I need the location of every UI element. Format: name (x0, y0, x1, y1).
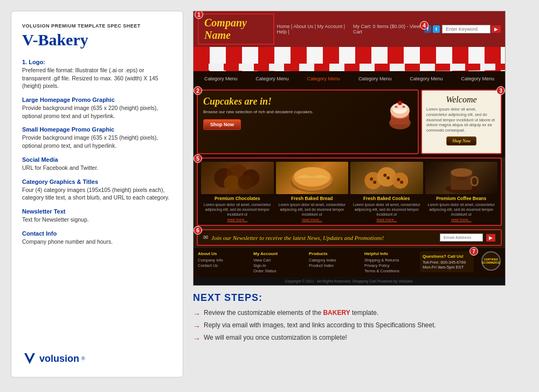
cat-item-2-read-more[interactable]: read more... (276, 218, 349, 222)
badge-3: 3 (496, 86, 505, 95)
footer-link-company[interactable]: Company Info (198, 258, 249, 263)
spec-item-1-header: 1. Logo: (22, 59, 45, 65)
mail-icon: ✉ (203, 234, 208, 241)
cat-item-2-image (276, 162, 349, 194)
next-step-3: → We will email you once customization i… (193, 334, 506, 343)
newsletter-submit-button[interactable]: ▶ (486, 234, 495, 242)
cat-menu-item-6[interactable]: Category Menu (453, 74, 503, 83)
volusion-reg-mark: ® (81, 356, 85, 361)
footer-link-cat-index[interactable]: Category Index (309, 258, 360, 263)
cat-item-4-read-more[interactable]: read more... (425, 218, 498, 222)
footer-col-helpful: Helpful Info Shipping & Returns Privacy … (364, 251, 416, 274)
cat-item-1-read-more[interactable]: read more... (201, 218, 274, 222)
footer-link-contact[interactable]: Contact Us (198, 263, 249, 268)
cat-item-1-image (201, 162, 274, 194)
footer-products-title: Products (309, 251, 360, 256)
promo-title: Cupcakes are in! (203, 96, 412, 107)
social-media-box: 4 f t (424, 25, 440, 33)
main-content: 2 Cupcakes are in! Browse our new select… (194, 86, 505, 157)
shop-now-button[interactable]: Shop Now (203, 119, 241, 130)
footer-link-prod-index[interactable]: Product Index (309, 263, 360, 268)
cat-menu-item-1[interactable]: Category Menu (196, 74, 246, 83)
cat-item-3-title: Fresh Baked Cookies (350, 196, 423, 201)
cat-item-4-desc: Lorem ipsum dolor sit amet, consectetur … (425, 202, 498, 217)
footer-link-signin[interactable]: Sign-In (253, 263, 305, 268)
badge-5: 5 (194, 154, 202, 163)
spec-item-4-header: Social Media (22, 156, 172, 163)
cat-menu-item-4[interactable]: Category Menu (350, 74, 400, 83)
arrow-icon-2: → (193, 322, 201, 331)
cat-item-4-title: Premium Coffee Beans (425, 196, 498, 201)
spec-item-2: Large Homepage Promo Graphic Provide bac… (22, 97, 172, 120)
spec-item-6-text: Text for Newsletter signup. (22, 216, 172, 224)
welcome-text: Lorem ipsum dolor sit amet, consectetur … (426, 107, 496, 133)
right-panel: 1 Company Name Home | About Us | My Acco… (193, 11, 528, 346)
category-menu: Category Menu Category Menu Category Men… (194, 71, 505, 86)
spec-item-4: Social Media URL for Facebook and Twitte… (22, 156, 172, 172)
spec-label: VOLUSION PREMIUM TEMPLATE SPEC SHEET (22, 23, 172, 29)
svg-point-22 (386, 176, 390, 180)
cat-item-1-title: Premium Chocolates (201, 196, 274, 201)
search-input[interactable] (442, 25, 490, 33)
next-step-1-text: Review the customizable elements of the … (204, 309, 378, 317)
cat-item-3-image (350, 162, 423, 194)
footer-link-orders[interactable]: Order Status (253, 269, 305, 273)
category-items-grid: Premium Chocolates Lorem ipsum dolor sit… (201, 162, 497, 222)
footer-about-title: About Us (198, 251, 249, 256)
category-items-section: 5 Premium Chocolates Lorem ipsum dolor s… (197, 157, 502, 226)
awning (194, 47, 505, 71)
spec-item-2-header: Large Homepage Promo Graphic (22, 97, 172, 103)
search-button[interactable]: ▶ (492, 25, 501, 33)
top-nav: 1 Company Name Home | About Us | My Acco… (194, 11, 505, 47)
cat-menu-item-3[interactable]: Category Menu (299, 74, 349, 83)
footer-link-privacy[interactable]: Privacy Policy (364, 263, 416, 268)
spec-item-3-header: Small Homepage Promo Graphic (22, 126, 172, 133)
welcome-title: Welcome (426, 95, 496, 105)
svg-point-5 (398, 101, 402, 105)
footer-phone: Toll-Free: 800-345-6789 (423, 260, 471, 265)
search-bar: ▶ (442, 25, 501, 33)
spec-item-5: Category Graphics & Titles Four (4) cate… (22, 178, 172, 202)
svg-point-20 (373, 181, 376, 184)
twitter-button[interactable]: t (433, 25, 440, 33)
footer-col-products: Products Category Index Product Index (309, 251, 360, 269)
footer-contact: 7 Questions? Call Us! Toll-Free: 800-345… (420, 251, 474, 272)
spec-item-2-text: Provide background image (635 x 220 (hei… (22, 104, 172, 120)
badge-6: 6 (194, 226, 202, 235)
newsletter-text: Join our Newsletter to receive the lates… (211, 235, 437, 241)
cat-item-3: Fresh Baked Cookies Lorem ipsum dolor si… (350, 162, 423, 222)
spec-item-7: Contact Info Company phone number and ho… (22, 230, 172, 246)
next-steps-title: NEXT STEPS: (193, 292, 506, 304)
cat-item-2: Fresh Baked Bread Lorem ipsum dolor sit … (276, 162, 349, 222)
newsletter-email-input[interactable] (440, 233, 483, 242)
cat-item-1-desc: Lorem ipsum dolor sit amet, consectetur … (201, 202, 274, 217)
footer-link-cart[interactable]: View Cart (253, 258, 305, 263)
cat-menu-item-2[interactable]: Category Menu (247, 74, 297, 83)
spec-item-1-text: Preferred file format: Illustrator file … (22, 66, 172, 90)
company-name-text: Company Name (204, 17, 268, 42)
svg-point-27 (451, 168, 472, 177)
svg-point-19 (370, 177, 373, 181)
cat-menu-item-5[interactable]: Category Menu (401, 74, 451, 83)
footer-hours: Mon-Fri 9am-5pm EST (423, 265, 471, 270)
company-name-box: 1 Company Name (198, 13, 274, 45)
svg-point-18 (392, 173, 408, 189)
cat-item-1: Premium Chocolates Lorem ipsum dolor sit… (201, 162, 274, 222)
spec-item-4-text: URL for Facebook and Twitter. (22, 164, 172, 172)
badge-2: 2 (194, 86, 202, 95)
svg-point-7 (402, 106, 405, 108)
newsletter-bar: 6 ✉ Join our Newsletter to receive the l… (197, 229, 502, 246)
footer-link-shipping[interactable]: Shipping & Returns (364, 258, 416, 263)
footer-link-terms[interactable]: Terms & Conditions (364, 269, 416, 273)
spec-item-3: Small Homepage Promo Graphic Provide bac… (22, 126, 172, 149)
spec-item-5-text: Four (4) category images (195x105 (heigh… (22, 186, 172, 202)
cat-item-4-image (425, 162, 498, 194)
svg-point-21 (383, 174, 386, 177)
badge-7: 7 (469, 247, 478, 256)
welcome-shop-now-button[interactable]: Shop Now (446, 136, 476, 146)
spec-item-5-header: Category Graphics & Titles (22, 178, 172, 185)
cat-item-3-read-more[interactable]: read more... (350, 218, 423, 222)
bakery-highlight: BAKERY (323, 309, 350, 317)
spec-item-3-text: Provide background image (635 x 215 (hei… (22, 134, 172, 149)
footer-account-title: My Account (253, 251, 305, 256)
